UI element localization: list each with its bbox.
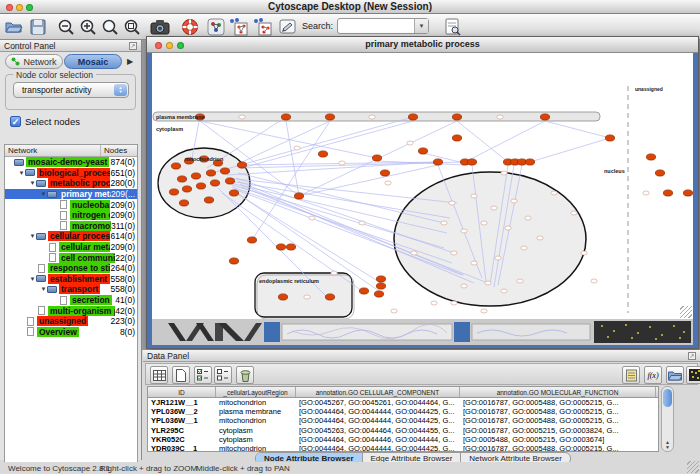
table-row[interactable]: YJR121W__1mitochondrion[GO:0045267, GO:0… [148, 398, 658, 407]
network-tree-item[interactable]: Overview8(0) [5, 327, 137, 338]
tree-column-network[interactable]: Network [5, 145, 101, 156]
attribute-table-icon[interactable] [150, 366, 168, 384]
search-dropdown-arrow-icon[interactable]: ▼ [414, 19, 428, 33]
network-tree-item[interactable]: unassigned223(0) [5, 316, 137, 327]
scrollbar-thumb[interactable] [663, 389, 672, 407]
table-cell[interactable]: [GO:0044464, GO:0044444, GO:0044425, G..… [296, 407, 460, 416]
table-row[interactable]: YDR039C__1mitochondrion[GO:0044464, GO:0… [148, 444, 658, 452]
expand-triangle-icon[interactable]: ▼ [29, 276, 36, 282]
network-tree-item[interactable]: ▼transport558(0) [5, 284, 137, 295]
table-row[interactable]: YPL036W__2plasma membrane[GO:0044464, GO… [148, 407, 658, 416]
table-cell[interactable]: YPL036W__1 [148, 416, 216, 425]
network-tree-item[interactable]: ▼primary metabo209(... [5, 189, 137, 200]
zoom-fit-icon[interactable] [100, 17, 120, 37]
network-tree-item[interactable]: nucleobase-209(0) [5, 199, 137, 210]
search-config-icon[interactable] [443, 17, 463, 37]
unselect-attributes-icon[interactable] [214, 366, 232, 384]
tree-column-nodes[interactable]: Nodes [101, 145, 137, 156]
network-tree-item[interactable]: mosaic-demo-yeast874(0) [5, 157, 137, 168]
network-tree-item[interactable]: ▼cellular process614(0) [5, 231, 137, 242]
table-row[interactable]: YKR052Ccytoplasm[GO:0044464, GO:0044446,… [148, 435, 658, 444]
network-tree-item[interactable]: ▼biological_process651(0) [5, 168, 137, 179]
float-panel-icon[interactable]: ↗ [129, 42, 137, 50]
table-column-header[interactable]: annotation.GO CELLULAR_COMPONENT [296, 387, 460, 397]
network-overview-icon[interactable] [206, 17, 226, 37]
table-column-header[interactable]: _cellularLayoutRegion [216, 387, 296, 397]
float-panel-icon[interactable]: ↗ [688, 352, 696, 360]
table-cell[interactable]: YLR295C [148, 426, 216, 435]
table-cell[interactable]: [GO:0044464, GO:0044446, GO:0044444, G..… [296, 435, 460, 444]
expand-triangle-icon[interactable]: ▼ [29, 233, 36, 239]
table-cell[interactable]: [GO:0045263, GO:0044464, GO:0044455, G..… [296, 426, 460, 435]
search-input[interactable]: ▼ [337, 18, 429, 34]
table-column-header[interactable]: ID [148, 387, 216, 397]
table-cell[interactable]: [GO:0016787, GO:0005488, GO:0005215, G..… [460, 416, 656, 425]
zoom-selected-icon[interactable] [122, 17, 142, 37]
network-tree-item[interactable]: macromolecule311(0) [5, 221, 137, 232]
zoom-in-icon[interactable] [78, 17, 98, 37]
network-window-titlebar[interactable]: primary metabolic process [147, 37, 698, 53]
network-tree-item[interactable]: secretion41(0) [5, 295, 137, 306]
table-cell[interactable]: YJR121W__1 [148, 398, 216, 407]
copy-network-style-icon[interactable] [252, 17, 272, 37]
table-cell[interactable]: mitochondrion [216, 398, 296, 407]
network-tree-item[interactable]: ▼metabolic process280(0) [5, 178, 137, 189]
network-tree-item[interactable]: cell communica22(0) [5, 252, 137, 263]
network-tree-item[interactable]: multi-organism pro42(0) [5, 305, 137, 316]
table-cell[interactable]: [GO:0044464, GO:0044444, GO:0044425, G..… [296, 416, 460, 425]
notepad-icon[interactable] [622, 366, 640, 384]
expand-triangle-icon[interactable]: ▼ [40, 286, 47, 292]
save-icon[interactable] [28, 17, 48, 37]
table-cell[interactable]: YKR052C [148, 435, 216, 444]
expand-triangle-icon[interactable]: ▼ [18, 170, 25, 176]
table-cell[interactable]: mitochondrion [216, 416, 296, 425]
network-canvas[interactable]: plasma membrane cytoplasm mitochondrion … [152, 53, 693, 319]
window-resize-grip[interactable] [687, 461, 699, 473]
snapshot-icon[interactable] [150, 17, 170, 37]
table-cell[interactable]: [GO:0016787, GO:0005488, GO:0005215, G..… [460, 398, 656, 407]
table-row[interactable]: YLR295Ccytoplasm[GO:0045263, GO:0044464,… [148, 426, 658, 435]
network-tree-item[interactable]: ▼establishment of lo558(0) [5, 274, 137, 285]
expand-triangle-icon[interactable]: ▼ [40, 191, 47, 197]
network-tree-item[interactable]: response to stimul264(0) [5, 263, 137, 274]
table-cell[interactable]: YPL036W__2 [148, 407, 216, 416]
tree-item-label: cellular process [48, 231, 110, 241]
table-scrollbar[interactable]: ▲▼ [661, 386, 674, 452]
canvas-resize-grip[interactable] [680, 306, 692, 318]
node-color-dropdown[interactable]: transporter activity ▲▼ [13, 82, 129, 98]
scrollbar-arrows-icon[interactable]: ▲▼ [663, 440, 672, 450]
function-builder-icon[interactable]: f(x) [644, 366, 662, 384]
vizmapper-icon[interactable] [278, 17, 298, 37]
tab-overflow-arrow[interactable]: ▶ [127, 57, 133, 66]
table-cell[interactable]: cytoplasm [216, 435, 296, 444]
network-leaf-icon [60, 221, 67, 230]
table-cell[interactable]: [GO:0045267, GO:0045261, GO:0044464, G..… [296, 398, 460, 407]
import-attributes-icon[interactable] [666, 366, 684, 384]
new-attribute-icon[interactable] [172, 366, 190, 384]
table-cell[interactable]: YDR039C__1 [148, 444, 216, 452]
attribute-matrix-icon[interactable] [686, 366, 700, 384]
table-cell[interactable]: [GO:0016787, GO:0005488, GO:0005215, G..… [460, 444, 656, 452]
table-cell[interactable]: [GO:0005488, GO:0005215, GO:0003674] [460, 435, 656, 444]
tree-item-label: cellular metabo [59, 242, 110, 252]
select-nodes-checkbox[interactable]: ✓ Select nodes [10, 116, 80, 127]
table-cell[interactable]: cytoplasm [216, 426, 296, 435]
table-cell[interactable]: [GO:0016787, GO:0005488, GO:0005215, G..… [460, 407, 656, 416]
table-column-header[interactable]: annotation.GO MOLECULAR_FUNCTION [460, 387, 656, 397]
table-cell[interactable]: [GO:0016787, GO:0005215, GO:0003824, G..… [460, 426, 656, 435]
open-icon[interactable] [4, 17, 24, 37]
expand-triangle-icon[interactable]: ▼ [29, 180, 36, 186]
table-row[interactable]: YPL036W__1mitochondrion[GO:0044464, GO:0… [148, 416, 658, 425]
table-cell[interactable]: plasma membrane [216, 407, 296, 416]
copy-network-icon[interactable] [228, 17, 248, 37]
network-tree-item[interactable]: nitrogen compo209(0) [5, 210, 137, 221]
network-tree-item[interactable]: cellular metabo209(0) [5, 242, 137, 253]
tab-mosaic[interactable]: Mosaic [64, 54, 122, 69]
zoom-out-icon[interactable] [56, 17, 76, 37]
delete-attribute-icon[interactable] [236, 366, 254, 384]
help-ring-icon[interactable] [180, 17, 200, 37]
tab-network[interactable]: Network [5, 54, 63, 69]
table-cell[interactable]: mitochondrion [216, 444, 296, 452]
table-cell[interactable]: [GO:0044464, GO:0044444, GO:0044425, G..… [296, 444, 460, 452]
select-attributes-icon[interactable] [194, 366, 212, 384]
